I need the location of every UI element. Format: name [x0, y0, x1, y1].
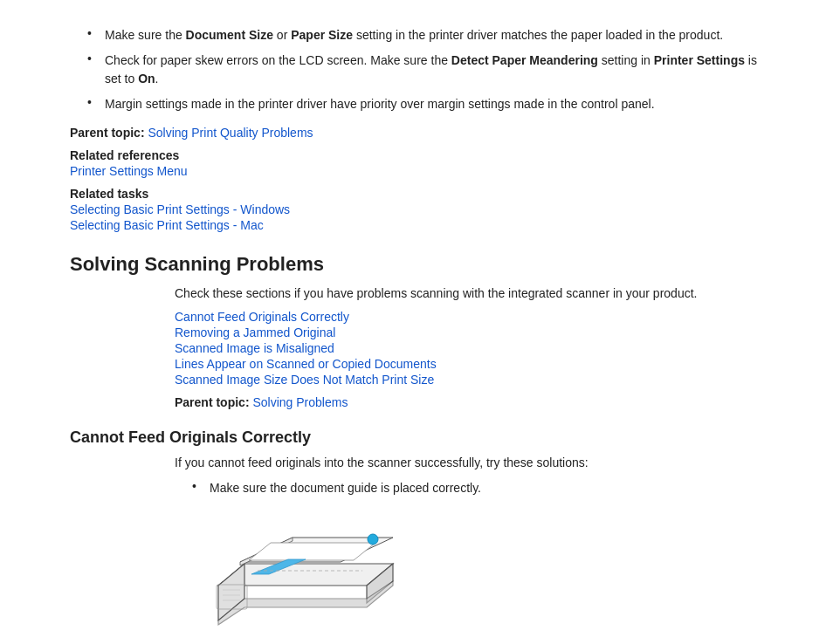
- bold-on: On: [138, 72, 155, 86]
- basic-print-windows-link[interactable]: Selecting Basic Print Settings - Windows: [70, 202, 763, 216]
- bullet-item-2: • Check for paper skew errors on the LCD…: [70, 51, 763, 88]
- scanning-parent-topic-label: Parent topic:: [175, 395, 250, 409]
- solving-scanning-heading: Solving Scanning Problems: [70, 253, 763, 276]
- cannot-feed-bullet-text: Make sure the document guide is placed c…: [210, 479, 763, 497]
- bold-document-size: Document Size: [186, 28, 273, 42]
- cannot-feed-bullet-dot: •: [192, 479, 204, 493]
- bullet-dot-2: •: [87, 51, 100, 65]
- scanner-svg: [192, 511, 410, 629]
- related-references-label: Related references: [70, 148, 763, 162]
- bullet-dot-3: •: [87, 95, 100, 109]
- solving-problems-link[interactable]: Solving Problems: [252, 395, 348, 409]
- related-tasks-block: Related tasks Selecting Basic Print Sett…: [70, 187, 763, 232]
- cannot-feed-bullet: • Make sure the document guide is placed…: [175, 479, 763, 497]
- parent-topic-label: Parent topic:: [70, 126, 145, 140]
- scanning-content-block: Check these sections if you have problem…: [70, 284, 763, 409]
- svg-marker-6: [249, 543, 375, 560]
- cannot-feed-heading: Cannot Feed Originals Correctly: [70, 428, 763, 447]
- bullet-text-3: Margin settings made in the printer driv…: [105, 95, 763, 113]
- bullet-text-1: Make sure the Document Size or Paper Siz…: [105, 26, 763, 45]
- removing-jammed-link[interactable]: Removing a Jammed Original: [175, 325, 763, 339]
- bullet-dot-1: •: [87, 26, 100, 40]
- related-tasks-links: Selecting Basic Print Settings - Windows…: [70, 202, 763, 232]
- scanned-misaligned-link[interactable]: Scanned Image is Misaligned: [175, 341, 763, 355]
- related-references-links: Printer Settings Menu: [70, 164, 763, 178]
- bold-printer-settings: Printer Settings: [654, 53, 745, 67]
- cannot-feed-intro: If you cannot feed originals into the sc…: [175, 454, 763, 472]
- scanned-size-link[interactable]: Scanned Image Size Does Not Match Print …: [175, 373, 763, 387]
- related-tasks-label: Related tasks: [70, 187, 763, 201]
- bullet-section: • Make sure the Document Size or Paper S…: [70, 26, 763, 113]
- bullet-text-2: Check for paper skew errors on the LCD s…: [105, 51, 763, 88]
- svg-point-8: [368, 534, 378, 545]
- bullet-item-3: • Margin settings made in the printer dr…: [70, 95, 763, 113]
- scanner-illustration: [192, 511, 763, 632]
- cannot-feed-content: If you cannot feed originals into the sc…: [70, 454, 763, 632]
- page-container: • Make sure the Document Size or Paper S…: [0, 0, 833, 644]
- printer-settings-menu-link[interactable]: Printer Settings Menu: [70, 164, 763, 178]
- bold-paper-size: Paper Size: [291, 28, 353, 42]
- parent-topic-print-quality: Parent topic: Solving Print Quality Prob…: [70, 126, 763, 140]
- basic-print-mac-link[interactable]: Selecting Basic Print Settings - Mac: [70, 218, 763, 232]
- lines-appear-link[interactable]: Lines Appear on Scanned or Copied Docume…: [175, 357, 763, 371]
- related-references-block: Related references Printer Settings Menu: [70, 148, 763, 178]
- scanning-parent-topic: Parent topic: Solving Problems: [175, 395, 763, 409]
- scanning-intro: Check these sections if you have problem…: [175, 284, 763, 303]
- bold-detect-paper: Detect Paper Meandering: [451, 53, 598, 67]
- scanning-links-list: Cannot Feed Originals Correctly Removing…: [175, 310, 763, 387]
- bullet-item-1: • Make sure the Document Size or Paper S…: [70, 26, 763, 45]
- parent-topic-link[interactable]: Solving Print Quality Problems: [148, 126, 313, 140]
- cannot-feed-link[interactable]: Cannot Feed Originals Correctly: [175, 310, 763, 324]
